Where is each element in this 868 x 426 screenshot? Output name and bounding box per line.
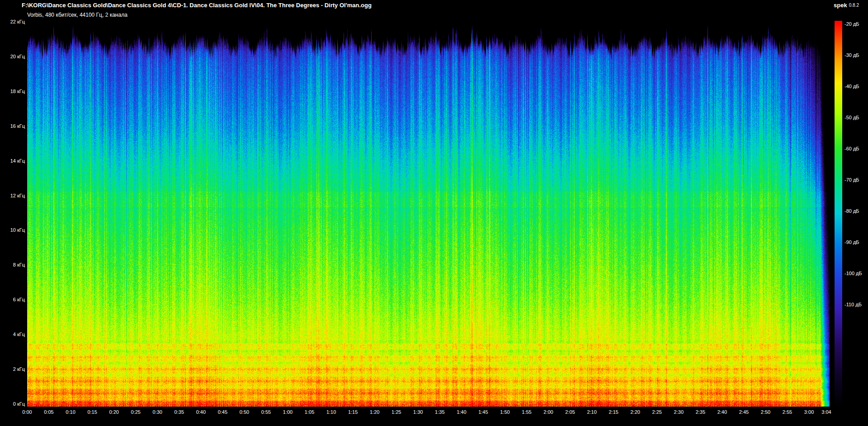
time-axis: 0:000:050:100:150:200:250:300:350:400:45… — [27, 409, 826, 417]
freq-tick-label: 14 кГц — [10, 158, 25, 164]
time-tick-label: 2:00 — [543, 409, 553, 415]
time-tick-label: 3:00 — [804, 409, 814, 415]
time-tick-label: 1:25 — [392, 409, 401, 415]
time-tick-label: 1:45 — [478, 409, 488, 415]
time-tick-label: 1:05 — [305, 409, 314, 415]
db-tick-label: -30 дБ — [844, 52, 859, 58]
freq-tick-label: 18 кГц — [10, 89, 25, 94]
time-tick-label: 1:15 — [348, 409, 358, 415]
time-tick-label: 0:40 — [196, 409, 206, 415]
db-tick-label: -80 дБ — [844, 208, 859, 214]
freq-tick-label: 16 кГц — [10, 123, 25, 129]
time-tick-label: 2:25 — [652, 409, 662, 415]
db-tick-label: -70 дБ — [844, 177, 859, 183]
time-tick-label: 0:50 — [240, 409, 249, 415]
time-tick-label: 0:45 — [218, 409, 227, 415]
stream-info: Vorbis, 480 кбит/сек, 44100 Гц, 2 канала — [27, 12, 127, 18]
freq-tick-label: 10 кГц — [10, 227, 25, 233]
spectrogram-canvas — [27, 21, 830, 407]
freq-tick-label: 12 кГц — [10, 193, 25, 198]
time-tick-label: 1:35 — [435, 409, 444, 415]
db-tick-label: -40 дБ — [844, 84, 859, 89]
time-tick-label: 0:30 — [153, 409, 162, 415]
app-name: spek — [834, 2, 847, 9]
time-tick-label: 1:55 — [522, 409, 531, 415]
time-tick-label: 2:50 — [761, 409, 770, 415]
time-tick-label: 0:05 — [44, 409, 53, 415]
time-tick-label: 0:20 — [109, 409, 118, 415]
time-tick-label: 2:20 — [630, 409, 640, 415]
time-tick-label: 2:30 — [674, 409, 684, 415]
time-tick-label: 1:50 — [500, 409, 509, 415]
time-tick-label: 0:00 — [22, 409, 32, 415]
time-tick-label: 3:04 — [821, 409, 831, 415]
db-tick-label: -20 дБ — [844, 21, 859, 27]
time-tick-label: 2:35 — [696, 409, 705, 415]
time-tick-label: 2:10 — [587, 409, 596, 415]
freq-tick-label: 8 кГц — [13, 262, 25, 267]
time-tick-label: 1:20 — [370, 409, 379, 415]
db-tick-label: -110 дБ — [844, 302, 862, 307]
db-scale-labels: -20 дБ-30 дБ-40 дБ-50 дБ-60 дБ-70 дБ-80 … — [844, 24, 868, 404]
db-colorbar — [835, 21, 842, 407]
app-version: 0.8.2 — [849, 3, 859, 8]
time-tick-label: 1:10 — [326, 409, 336, 415]
freq-tick-label: 4 кГц — [13, 332, 25, 337]
file-path: F:\KORG\Dance Classics Gold\Dance Classi… — [22, 2, 372, 9]
db-tick-label: -50 дБ — [844, 115, 859, 120]
db-tick-label: -90 дБ — [844, 239, 859, 245]
db-tick-label: -60 дБ — [844, 146, 859, 151]
freq-tick-label: 20 кГц — [10, 54, 25, 59]
time-tick-label: 0:10 — [66, 409, 75, 415]
time-tick-label: 2:15 — [609, 409, 618, 415]
time-tick-label: 0:55 — [261, 409, 271, 415]
freq-tick-label: 22 кГц — [10, 19, 25, 24]
time-tick-label: 0:25 — [131, 409, 140, 415]
time-tick-label: 1:30 — [413, 409, 423, 415]
time-tick-label: 1:40 — [457, 409, 466, 415]
time-tick-label: 2:55 — [783, 409, 792, 415]
time-tick-label: 1:00 — [283, 409, 292, 415]
freq-tick-label: 2 кГц — [13, 366, 25, 372]
time-tick-label: 0:35 — [175, 409, 184, 415]
freq-tick-label: 0 кГц — [13, 401, 25, 407]
freq-tick-label: 6 кГц — [13, 297, 25, 302]
time-tick-label: 2:40 — [717, 409, 727, 415]
time-tick-label: 2:45 — [739, 409, 749, 415]
time-tick-label: 0:15 — [87, 409, 97, 415]
db-tick-label: -100 дБ — [844, 271, 862, 276]
frequency-axis: 22 кГц20 кГц18 кГц16 кГц14 кГц12 кГц10 к… — [0, 22, 25, 404]
time-tick-label: 2:05 — [565, 409, 575, 415]
app-brand: spek0.8.2 — [834, 2, 859, 9]
